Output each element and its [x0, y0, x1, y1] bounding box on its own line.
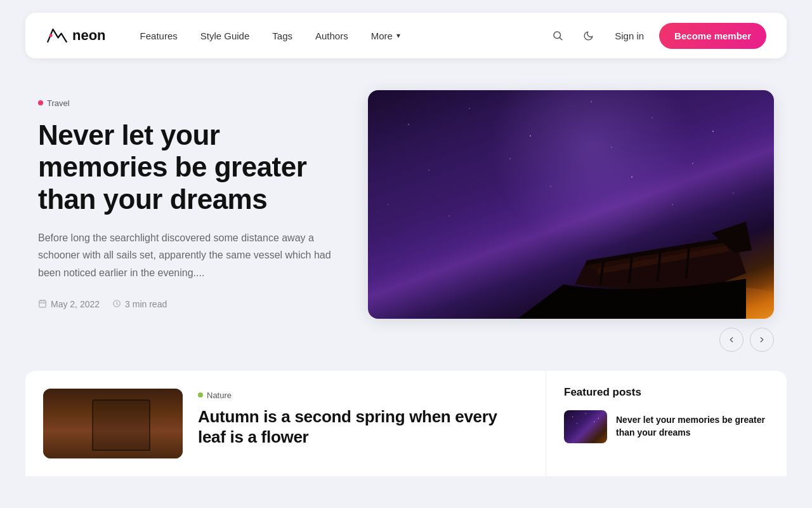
- svg-point-1: [554, 32, 561, 39]
- category-dot: [38, 100, 43, 105]
- hero-image-card[interactable]: [368, 90, 774, 319]
- search-button[interactable]: [546, 24, 569, 47]
- slide-nav: [368, 319, 774, 352]
- featured-post-title: Never let your memories be greater than …: [616, 414, 769, 439]
- calendar-icon: [38, 299, 47, 310]
- hero-image-wrap: [368, 90, 774, 352]
- featured-thumb-stars: [564, 410, 607, 443]
- logo[interactable]: neon: [46, 27, 106, 44]
- svg-line-2: [560, 37, 562, 39]
- search-icon: [552, 30, 563, 41]
- post-info: Nature Autumn is a second spring when ev…: [198, 389, 528, 448]
- prev-slide-button[interactable]: [719, 328, 743, 352]
- featured-thumbnail: [564, 410, 607, 443]
- nav-link-style-guide[interactable]: Style Guide: [192, 25, 259, 46]
- logo-icon: [46, 27, 69, 44]
- hero-category[interactable]: Travel: [38, 98, 70, 108]
- next-slide-button[interactable]: [750, 328, 774, 352]
- hero-section: Travel Never let your memories be greate…: [0, 71, 812, 364]
- hero-date: May 2, 2022: [38, 299, 100, 310]
- hero-title[interactable]: Never let your memories be greater than …: [38, 119, 343, 216]
- featured-panel: Featured posts Never let your memories b…: [546, 371, 787, 476]
- hero-image: [368, 90, 774, 319]
- boat-silhouette: [490, 147, 774, 319]
- post-thumb-image: [43, 389, 183, 458]
- clock-icon: [112, 299, 121, 310]
- svg-rect-3: [39, 300, 46, 307]
- nav-link-more[interactable]: More: [362, 25, 409, 46]
- featured-item-text: Never let your memories be greater than …: [616, 414, 769, 439]
- nav-links: Features Style Guide Tags Authors More: [131, 25, 547, 46]
- svg-point-0: [49, 34, 53, 37]
- hero-meta: May 2, 2022 3 min read: [38, 299, 343, 310]
- signin-link[interactable]: Sign in: [607, 25, 652, 46]
- hero-content: Travel Never let your memories be greate…: [38, 90, 343, 310]
- become-member-button[interactable]: Become member: [659, 23, 766, 49]
- arrow-left-icon: [727, 335, 736, 344]
- nav-link-features[interactable]: Features: [131, 25, 187, 46]
- featured-heading: Featured posts: [564, 386, 769, 399]
- nav-actions: Sign in Become member: [546, 23, 766, 49]
- post-title[interactable]: Autumn is a second spring when every lea…: [198, 406, 528, 448]
- arrow-right-icon: [757, 335, 766, 344]
- moon-icon: [583, 30, 594, 41]
- dark-mode-button[interactable]: [577, 24, 599, 47]
- post-thumbnail: [43, 389, 183, 458]
- hero-read-time: 3 min read: [112, 299, 167, 310]
- featured-item[interactable]: Never let your memories be greater than …: [564, 410, 769, 443]
- bottom-section: Nature Autumn is a second spring when ev…: [0, 371, 812, 476]
- post-card: Nature Autumn is a second spring when ev…: [25, 371, 546, 476]
- post-category[interactable]: Nature: [198, 391, 232, 400]
- category-dot-nature: [198, 392, 203, 398]
- nav-link-authors[interactable]: Authors: [306, 25, 357, 46]
- navbar: neon Features Style Guide Tags Authors M…: [25, 13, 787, 58]
- hero-excerpt: Before long the searchlight discovered s…: [38, 229, 343, 281]
- nav-link-tags[interactable]: Tags: [263, 25, 301, 46]
